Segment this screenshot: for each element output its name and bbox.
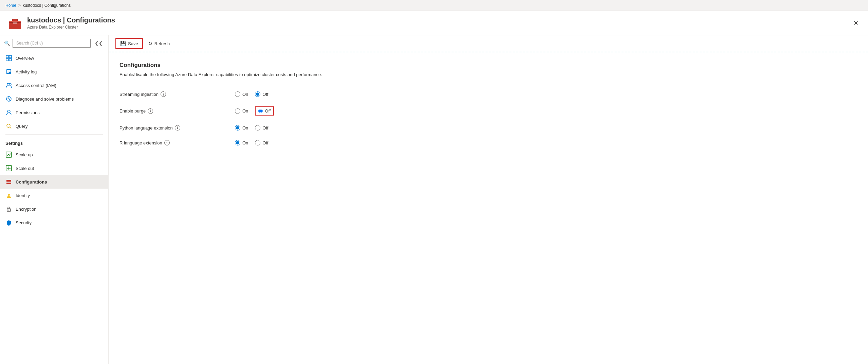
activity-log-icon <box>5 68 12 75</box>
r-on-group: On <box>235 140 248 145</box>
python-on-group: On <box>235 125 248 131</box>
r-off-group: Off <box>255 140 268 145</box>
python-language-extension-controls: On Off <box>235 125 268 131</box>
python-off-radio[interactable] <box>255 125 260 131</box>
r-language-extension-controls: On Off <box>235 140 268 145</box>
enable-purge-on-label[interactable]: On <box>242 108 248 114</box>
enable-purge-row: Enable purge ℹ On Off <box>119 102 857 120</box>
app-icon <box>7 15 23 31</box>
identity-icon <box>5 192 12 199</box>
save-icon: 💾 <box>120 41 126 46</box>
breadcrumb-home[interactable]: Home <box>5 3 16 8</box>
svg-point-16 <box>7 110 10 113</box>
sidebar-item-query-label: Query <box>16 124 27 129</box>
sidebar: 🔍 ❮❮ Overview Activity log <box>0 35 109 364</box>
svg-rect-4 <box>13 22 17 24</box>
r-language-extension-row: R language extension ℹ On Off <box>119 135 857 150</box>
sidebar-item-query[interactable]: Query <box>0 119 108 133</box>
sidebar-item-activity-log-label: Activity log <box>16 69 37 74</box>
python-language-extension-row: Python language extension ℹ On Off <box>119 120 857 135</box>
r-on-label[interactable]: On <box>242 140 248 145</box>
enable-purge-off-radio[interactable] <box>258 109 263 113</box>
svg-point-14 <box>9 83 11 85</box>
streaming-ingestion-row: Streaming ingestion ℹ On Off <box>119 87 857 102</box>
python-on-radio[interactable] <box>235 125 240 131</box>
streaming-ingestion-info-icon[interactable]: ℹ <box>161 91 166 97</box>
sidebar-item-permissions-label: Permissions <box>16 110 40 115</box>
streaming-ingestion-on-group: On <box>235 91 248 97</box>
enable-purge-off-label[interactable]: Off <box>265 108 271 114</box>
diagnose-icon <box>5 96 12 102</box>
sidebar-item-encryption-label: Encryption <box>16 207 36 212</box>
scale-up-icon <box>5 151 12 158</box>
enable-purge-info-icon[interactable]: ℹ <box>148 108 153 114</box>
sidebar-item-scale-out[interactable]: Scale out <box>0 161 108 175</box>
refresh-icon: ↻ <box>148 41 152 46</box>
streaming-ingestion-on-label[interactable]: On <box>242 92 248 97</box>
python-off-label[interactable]: Off <box>262 125 268 131</box>
breadcrumb: Home > kustodocs | Configurations <box>0 0 868 11</box>
sidebar-item-overview[interactable]: Overview <box>0 51 108 65</box>
svg-point-13 <box>7 83 9 85</box>
toolbar: 💾 Save ↻ Refresh <box>109 35 868 52</box>
svg-rect-11 <box>7 71 11 72</box>
enable-purge-controls: On Off <box>235 106 274 116</box>
svg-rect-5 <box>6 55 8 58</box>
enable-purge-off-highlighted: Off <box>255 106 274 116</box>
sidebar-item-permissions[interactable]: Permissions <box>0 106 108 119</box>
encryption-icon <box>5 206 12 212</box>
r-on-radio[interactable] <box>235 140 240 145</box>
page-header: kustodocs | Configurations Azure Data Ex… <box>0 11 868 35</box>
main-content: 💾 Save ↻ Refresh Configurations Enable/d… <box>109 35 868 364</box>
sidebar-item-encryption[interactable]: Encryption <box>0 202 108 216</box>
refresh-button[interactable]: ↻ Refresh <box>144 39 174 48</box>
enable-purge-on-radio[interactable] <box>235 108 240 114</box>
sidebar-item-identity-label: Identity <box>16 193 30 198</box>
save-button[interactable]: 💾 Save <box>115 38 143 49</box>
settings-section-label: Settings <box>0 136 108 148</box>
search-icon: 🔍 <box>4 40 10 46</box>
r-language-extension-info-icon[interactable]: ℹ <box>164 140 170 145</box>
collapse-sidebar-button[interactable]: ❮❮ <box>93 39 104 47</box>
svg-rect-21 <box>6 180 11 181</box>
svg-rect-6 <box>9 55 12 58</box>
r-language-extension-label: R language extension ℹ <box>119 140 235 145</box>
sidebar-item-diagnose[interactable]: Diagnose and solve problems <box>0 92 108 106</box>
sidebar-item-diagnose-label: Diagnose and solve problems <box>16 97 74 102</box>
sidebar-item-security-label: Security <box>16 220 32 225</box>
r-off-radio[interactable] <box>255 140 260 145</box>
page-title: kustodocs | Configurations <box>27 16 115 24</box>
svg-rect-10 <box>7 70 11 71</box>
sidebar-item-overview-label: Overview <box>16 56 34 61</box>
svg-point-24 <box>8 194 10 196</box>
sidebar-item-security[interactable]: Security <box>0 216 108 229</box>
svg-rect-7 <box>6 58 8 61</box>
close-button[interactable]: ✕ <box>850 18 861 29</box>
python-language-extension-info-icon[interactable]: ℹ <box>175 125 180 131</box>
config-panel: Configurations Enable/disable the follow… <box>109 52 868 364</box>
streaming-ingestion-on-radio[interactable] <box>235 91 240 97</box>
config-title: Configurations <box>119 62 857 69</box>
scale-out-icon <box>5 165 12 172</box>
sidebar-nav: Overview Activity log Access control (IA… <box>0 51 108 364</box>
breadcrumb-current: kustodocs | Configurations <box>23 3 71 8</box>
python-on-label[interactable]: On <box>242 125 248 131</box>
settings-divider <box>5 134 103 135</box>
r-off-label[interactable]: Off <box>262 140 268 145</box>
config-description: Enable/disable the following Azure Data … <box>119 72 857 77</box>
sidebar-item-access-control[interactable]: Access control (IAM) <box>0 79 108 92</box>
svg-rect-12 <box>7 72 9 73</box>
enable-purge-label: Enable purge ℹ <box>119 108 235 114</box>
sidebar-item-identity[interactable]: Identity <box>0 189 108 202</box>
streaming-ingestion-off-label[interactable]: Off <box>262 92 268 97</box>
search-input[interactable] <box>13 39 91 48</box>
sidebar-item-scale-up[interactable]: Scale up <box>0 148 108 161</box>
overview-icon <box>5 55 12 62</box>
query-icon <box>5 123 12 129</box>
streaming-ingestion-off-radio[interactable] <box>255 91 260 97</box>
svg-rect-22 <box>6 181 11 183</box>
sidebar-item-activity-log[interactable]: Activity log <box>0 65 108 79</box>
configurations-icon <box>5 178 12 185</box>
breadcrumb-separator: > <box>18 3 21 8</box>
sidebar-item-configurations[interactable]: Configurations <box>0 175 108 189</box>
